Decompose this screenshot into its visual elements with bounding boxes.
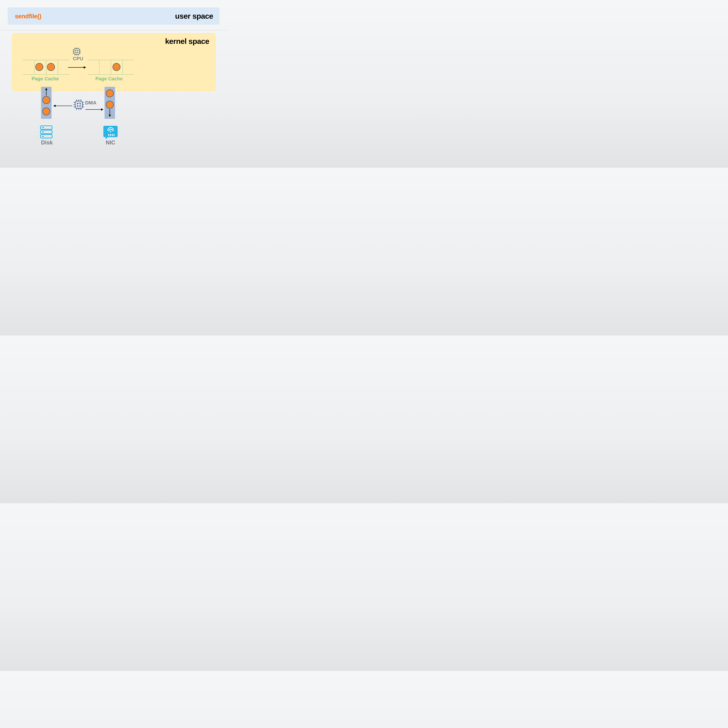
user-space-box: sendfile() user space [8,8,219,24]
nic-label: NIC [106,139,115,146]
space-divider [0,30,227,31]
dma-chip-icon [73,99,84,111]
sendfile-call-label: sendfile() [15,13,41,20]
kernel-space-title: kernel space [165,37,209,46]
server-stack-icon [39,125,54,140]
svg-rect-24 [42,132,44,132]
right-cache-label: Page Cache [95,76,123,81]
nic-down-arrow [108,109,112,118]
dma-left-arrow [52,104,73,108]
svg-marker-8 [45,88,47,90]
svg-point-26 [110,131,111,132]
right-page-cache [87,60,134,74]
svg-rect-27 [108,134,109,136]
svg-rect-23 [42,127,44,128]
svg-rect-30 [113,134,115,136]
kernel-space-box: kernel space Page Cache Page Cache [12,33,216,91]
svg-rect-11 [75,101,83,108]
svg-rect-29 [112,134,113,136]
svg-marker-10 [109,115,111,117]
cpu-copy-arrow [67,65,86,70]
svg-rect-0 [74,49,80,54]
dma-right-arrow [85,108,104,112]
data-dot [106,101,114,109]
svg-rect-25 [42,136,44,137]
disk-label: Disk [41,139,53,146]
data-dot [47,63,55,71]
data-dot [113,63,121,71]
network-card-icon [102,125,118,140]
data-dot [35,63,43,71]
svg-marker-19 [101,108,103,111]
disk-up-arrow [44,88,48,96]
data-dot [42,107,50,115]
cpu-chip-icon [72,47,81,57]
dma-label: DMA [85,100,96,106]
svg-marker-6 [84,66,86,69]
user-space-title: user space [175,12,213,20]
data-dot [106,89,114,97]
left-page-cache [23,60,69,74]
left-cache-label: Page Cache [32,76,59,81]
data-dot [42,96,50,104]
svg-marker-17 [53,105,56,107]
cpu-label: CPU [73,56,83,61]
svg-rect-28 [110,134,111,136]
